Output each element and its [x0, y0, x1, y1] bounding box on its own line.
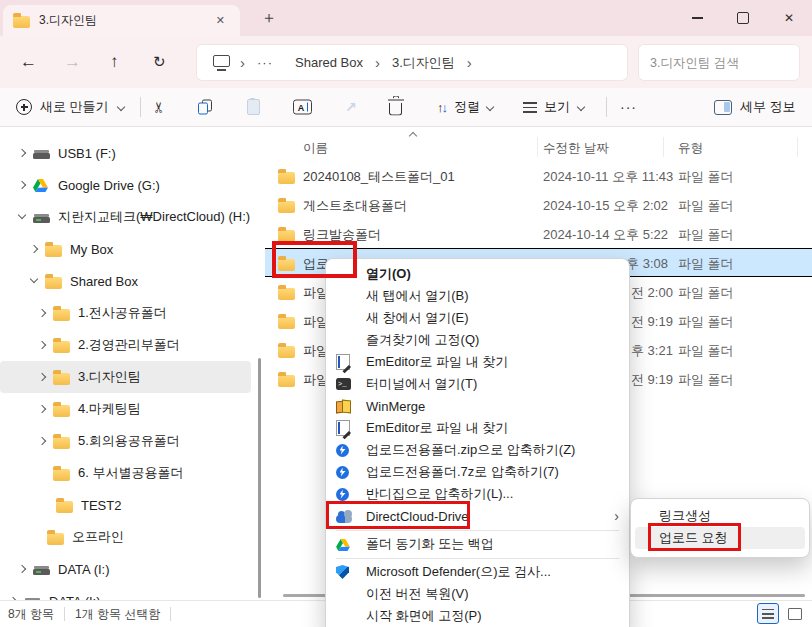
chevron-down-icon[interactable]	[26, 271, 45, 291]
chevron-right-icon[interactable]	[26, 239, 45, 259]
chevron-right-icon[interactable]	[34, 335, 53, 355]
column-header-date[interactable]: 수정한 날짜	[543, 140, 609, 157]
maximize-button[interactable]	[720, 0, 766, 36]
breadcrumb-design-team[interactable]: 3.디자인팀	[390, 51, 457, 75]
sidebar-item-folder1[interactable]: 1.전사공유폴더	[0, 297, 265, 329]
column-header-type[interactable]: 유형	[678, 140, 703, 157]
sidebar-item-folder3-selected[interactable]: 3.디자인팀	[0, 361, 251, 393]
search-input[interactable]	[638, 44, 800, 81]
sidebar-item-my-box[interactable]: My Box	[0, 233, 265, 265]
details-view-icon	[762, 609, 774, 619]
rename-button[interactable]	[293, 100, 312, 115]
submenu-item-upload-request[interactable]: 업로드 요청	[635, 527, 805, 549]
chevron-down-icon	[117, 103, 126, 112]
thumbnail-view-toggle[interactable]	[784, 603, 806, 624]
sidebar-item-folder4[interactable]: 4.마케팅팀	[0, 393, 265, 425]
paste-button[interactable]	[247, 99, 260, 115]
chevron-down-icon[interactable]	[14, 207, 33, 227]
status-divider	[170, 607, 171, 621]
delete-button[interactable]	[389, 99, 402, 116]
new-button[interactable]: 새로 만들기	[16, 98, 126, 116]
column-header-name[interactable]: 이름	[303, 140, 328, 157]
sidebar-item-usb1[interactable]: USB1 (F:)	[0, 137, 265, 169]
up-button[interactable]: ↑	[110, 52, 119, 72]
this-pc-icon[interactable]	[213, 55, 230, 67]
sort-button[interactable]: ↑↓ 정렬	[437, 98, 495, 116]
folder-icon	[278, 375, 295, 387]
sidebar-item-shared-box[interactable]: Shared Box	[0, 265, 265, 297]
menu-item-emeditor-find[interactable]: EmEditor로 파일 내 찾기	[326, 351, 629, 373]
cut-button[interactable]: ✂	[153, 98, 166, 116]
menu-item-emeditor-find-2[interactable]: EmEditor로 파일 내 찾기	[326, 417, 629, 439]
cut-icon: ✂	[150, 101, 168, 114]
tab-design-team[interactable]: 3.디자인팀 ✕	[3, 5, 240, 36]
new-tab-button[interactable]: ＋	[254, 7, 284, 30]
sidebar-item-folder5[interactable]: 5.회의용공유폴더	[0, 425, 265, 457]
chevron-right-icon[interactable]	[14, 175, 33, 195]
share-button[interactable]: ↗	[345, 99, 357, 115]
see-more-button[interactable]: ···	[620, 99, 637, 115]
menu-item-directcloud-drive[interactable]: DirectCloud-Drive ›	[326, 505, 629, 527]
menu-icon-placeholder	[336, 288, 356, 305]
menu-item-restore-previous[interactable]: 이전 버전 복원(V)	[326, 583, 629, 605]
details-view-toggle[interactable]	[757, 603, 779, 624]
menu-item-pin-start[interactable]: 시작 화면에 고정(P)	[326, 605, 629, 627]
address-bar[interactable]: › ··· Shared Box › 3.디자인팀 ›	[196, 44, 628, 81]
close-button[interactable]: ✕	[766, 0, 812, 36]
menu-item-open-new-window[interactable]: 새 창에서 열기(E)	[326, 307, 629, 329]
folder-icon	[13, 16, 30, 28]
chevron-right-icon[interactable]	[14, 143, 33, 163]
column-divider[interactable]	[537, 137, 538, 157]
sidebar-item-test2[interactable]: TEST2	[0, 489, 265, 521]
menu-item-compress-7z[interactable]: 업로드전용폴더.7z로 압축하기(7)	[326, 461, 629, 483]
file-type: 파일 폴더	[678, 197, 734, 215]
file-date: 2024-10-14 오후 5:22	[543, 226, 668, 244]
refresh-button[interactable]: ↻	[153, 53, 166, 71]
breadcrumb-shared-box[interactable]: Shared Box	[293, 52, 365, 73]
view-button[interactable]: 보기	[523, 98, 586, 116]
sidebar-vertical-scrollbar[interactable]	[258, 358, 261, 598]
folder-icon	[53, 306, 78, 321]
details-pane-button[interactable]: 세부 정보	[714, 98, 796, 116]
search-box[interactable]	[638, 44, 800, 81]
menu-item-open[interactable]: 열기(O)	[326, 263, 629, 285]
column-divider[interactable]	[797, 137, 798, 157]
menu-item-open-new-tab[interactable]: 새 탭에서 열기(B)	[326, 285, 629, 307]
sidebar-item-folder2[interactable]: 2.경영관리부폴더	[0, 329, 265, 361]
sidebar-item-label: Shared Box	[70, 274, 138, 289]
chevron-right-icon[interactable]	[34, 399, 53, 419]
folder-icon	[45, 242, 70, 257]
sidebar-item-label: USB1 (F:)	[58, 146, 116, 161]
folder-icon	[278, 288, 295, 300]
menu-item-folder-sync-backup[interactable]: 폴더 동기화 또는 백업	[326, 533, 629, 555]
file-type: 파일 폴더	[678, 342, 734, 360]
copy-button[interactable]	[198, 100, 213, 115]
chevron-right-icon[interactable]	[34, 303, 53, 323]
file-row[interactable]: 20240108_테스트폴더_01 2024-10-11 오후 11:43 파일…	[265, 161, 812, 190]
submenu-item-create-link[interactable]: 링크생성	[635, 505, 805, 527]
tab-close-icon[interactable]: ✕	[211, 12, 230, 29]
back-button[interactable]: ←	[20, 52, 37, 72]
menu-item-compress-zip[interactable]: 업로드전용폴더.zip으로 압축하기(Z)	[326, 439, 629, 461]
chevron-right-icon[interactable]	[34, 431, 53, 451]
sidebar-item-folder6[interactable]: 6. 부서별공용폴더	[0, 457, 265, 489]
sidebar-item-directcloud-drive-h[interactable]: 지란지교테크(₩DirectCloud) (H:)	[0, 201, 265, 233]
chevron-right-icon[interactable]	[14, 559, 33, 579]
breadcrumb-ellipsis[interactable]: ···	[257, 55, 273, 70]
sidebar-item-data-1[interactable]: DATA (I:)	[0, 553, 265, 585]
menu-item-pin-favorites[interactable]: 즐겨찾기에 고정(Q)	[326, 329, 629, 351]
file-row[interactable]: 게스트초대용폴더 2024-10-15 오후 2:02 파일 폴더	[265, 190, 812, 219]
sidebar-item-offline[interactable]: 오프라인	[0, 521, 265, 553]
menu-item-compress-bandizip[interactable]: 반디집으로 압축하기(L)...	[326, 483, 629, 505]
chevron-right-icon[interactable]	[34, 367, 53, 387]
column-divider[interactable]	[663, 137, 664, 157]
forward-button[interactable]: →	[64, 52, 81, 72]
menu-item-winmerge[interactable]: WinMerge	[326, 395, 629, 417]
file-row[interactable]: 링크발송폴더 2024-10-14 오후 5:22 파일 폴더	[265, 219, 812, 248]
menu-item-defender-scan[interactable]: Microsoft Defender(으)로 검사...	[326, 561, 629, 583]
details-pane-icon	[714, 100, 732, 115]
sort-button-label: 정렬	[454, 98, 480, 116]
sidebar-item-google-drive[interactable]: Google Drive (G:)	[0, 169, 265, 201]
menu-item-open-terminal[interactable]: 터미널에서 열기(T)	[326, 373, 629, 395]
minimize-button[interactable]	[674, 0, 720, 36]
